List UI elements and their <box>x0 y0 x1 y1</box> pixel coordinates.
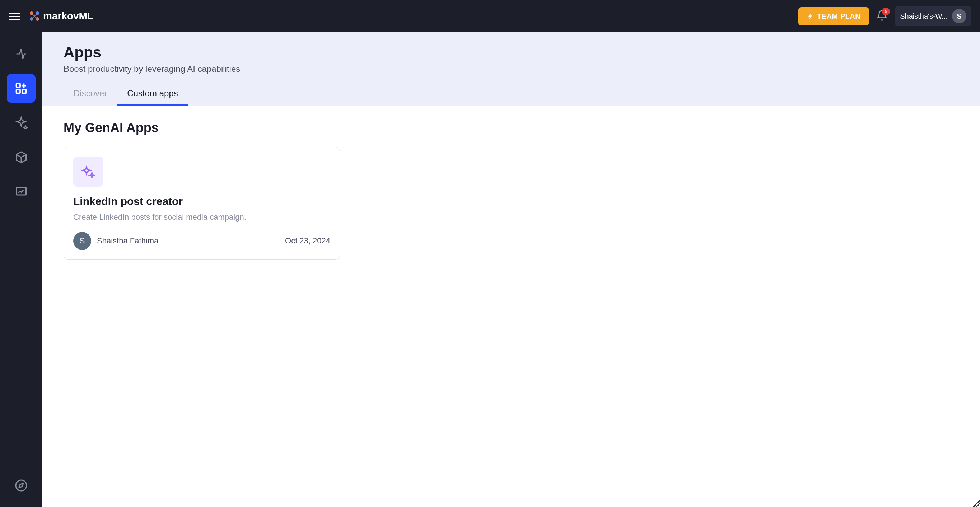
svg-rect-6 <box>16 84 20 88</box>
workspace-label: Shaistha's-W... <box>900 12 948 21</box>
app-card[interactable]: LinkedIn post creator Create LinkedIn po… <box>64 147 340 260</box>
svg-point-10 <box>16 480 27 491</box>
apps-grid-icon <box>15 82 28 95</box>
author-avatar: S <box>73 232 91 250</box>
section-title: My GenAI Apps <box>64 120 958 136</box>
workspace-avatar: S <box>952 9 966 23</box>
brand-name: markovML <box>43 10 93 22</box>
team-plan-button[interactable]: TEAM PLAN <box>799 7 869 26</box>
app-card-title: LinkedIn post creator <box>73 195 330 207</box>
notification-button[interactable]: 5 <box>876 10 888 22</box>
page-subtitle: Boost productivity by leveraging AI capa… <box>64 64 958 74</box>
tabs: Discover Custom apps <box>64 83 958 105</box>
resize-handle <box>973 500 980 507</box>
header-right: TEAM PLAN 5 Shaistha's-W... S <box>799 6 971 26</box>
svg-rect-8 <box>16 89 20 93</box>
content-body: My GenAI Apps LinkedIn post creator Crea… <box>42 106 980 274</box>
presentation-icon <box>15 185 28 198</box>
app-card-footer: S Shaistha Fathima Oct 23, 2024 <box>73 232 330 250</box>
top-header: markovML TEAM PLAN 5 Shaistha's-W... S <box>0 0 980 32</box>
workspace-selector[interactable]: Shaistha's-W... S <box>895 6 971 26</box>
brand-logo[interactable]: markovML <box>29 10 93 22</box>
cube-icon <box>15 151 28 164</box>
app-card-date: Oct 23, 2024 <box>285 236 330 246</box>
author-name: Shaistha Fathima <box>97 236 158 246</box>
svg-rect-7 <box>22 89 26 93</box>
lightning-icon <box>807 13 814 20</box>
sidebar-item-compass[interactable] <box>7 471 35 500</box>
sidebar-item-cube[interactable] <box>7 143 35 172</box>
content-area: Apps Boost productivity by leveraging AI… <box>42 32 980 507</box>
sparkle-icon <box>15 116 28 129</box>
sidebar <box>0 32 42 507</box>
svg-rect-9 <box>16 187 26 195</box>
sidebar-item-apps[interactable] <box>7 74 35 103</box>
team-plan-label: TEAM PLAN <box>817 12 861 21</box>
markovml-logo-icon <box>29 10 40 22</box>
sidebar-item-sparkle[interactable] <box>7 108 35 137</box>
app-card-author: S Shaistha Fathima <box>73 232 158 250</box>
sidebar-item-flow[interactable] <box>7 40 35 68</box>
sidebar-item-presentation[interactable] <box>7 177 35 206</box>
tab-discover[interactable]: Discover <box>64 83 117 105</box>
header-left: markovML <box>9 10 93 22</box>
svg-marker-11 <box>19 483 23 488</box>
hamburger-menu-button[interactable] <box>9 13 20 20</box>
page-header: Apps Boost productivity by leveraging AI… <box>42 32 980 106</box>
sparkle-purple-icon <box>81 164 95 179</box>
tab-custom-apps[interactable]: Custom apps <box>117 83 188 105</box>
app-card-description: Create LinkedIn posts for social media c… <box>73 212 330 222</box>
flow-icon <box>15 48 28 60</box>
page-title: Apps <box>64 44 958 61</box>
notification-badge: 5 <box>882 8 890 16</box>
compass-icon <box>15 479 28 492</box>
app-card-icon-wrapper <box>73 156 103 187</box>
